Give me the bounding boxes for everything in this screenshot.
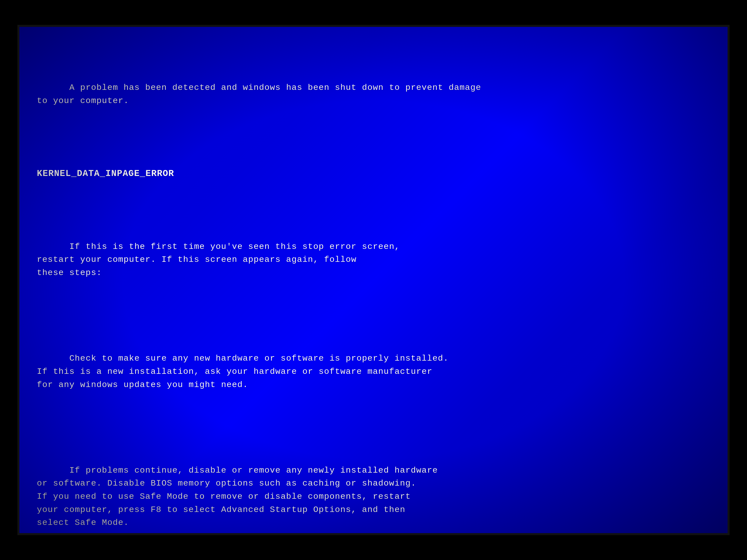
- p3-line4: your computer, press F8 to select Advanc…: [37, 505, 405, 514]
- p2-line1: Check to make sure any new hardware or s…: [70, 354, 449, 363]
- p3-line1: If problems continue, disable or remove …: [70, 466, 438, 475]
- p1-line2: restart your computer. If this screen ap…: [37, 255, 357, 264]
- p2-line3: for any windows updates you might need.: [37, 380, 248, 390]
- first-time-paragraph: If this is the first time you've seen th…: [37, 227, 481, 292]
- p1-line3: these steps:: [37, 268, 102, 277]
- bsod-content: A problem has been detected and windows …: [37, 42, 481, 560]
- intro-line1: A problem has been detected and windows …: [70, 83, 481, 92]
- p2-line2: If this is a new installation, ask your …: [37, 367, 433, 376]
- p3-line3: If you need to use Safe Mode to remove o…: [37, 492, 411, 501]
- intro-line2: to your computer.: [37, 96, 129, 106]
- p3-line5: select Safe Mode.: [37, 518, 129, 527]
- error-code: KERNEL_DATA_INPAGE_ERROR: [37, 167, 481, 181]
- problems-continue-paragraph: If problems continue, disable or remove …: [37, 451, 481, 542]
- bsod-screen: A problem has been detected and windows …: [18, 25, 729, 535]
- p3-line2: or software. Disable BIOS memory options…: [37, 479, 416, 488]
- p1-line1: If this is the first time you've seen th…: [70, 242, 400, 251]
- intro-text: A problem has been detected and windows …: [37, 68, 481, 121]
- check-hardware-paragraph: Check to make sure any new hardware or s…: [37, 339, 481, 404]
